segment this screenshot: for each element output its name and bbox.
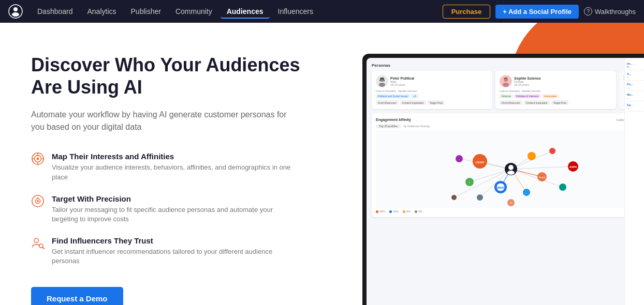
- peter-age: 18-24 years: [390, 83, 414, 86]
- peter-tag-2: +2: [411, 94, 418, 98]
- feature-precision-heading: Target With Precision: [52, 194, 300, 203]
- feature-influencers-text: Find Influencers They Trust Get instant …: [52, 236, 300, 266]
- hero-subtitle: Automate your workflow by having AI gene…: [31, 109, 290, 133]
- svg-text:ESPN: ESPN: [569, 165, 577, 169]
- add-profile-button[interactable]: + Add a Social Profile: [495, 5, 579, 19]
- feature-interests-desc: Visualize your audience interests, behav…: [52, 163, 300, 181]
- peter-find-influencers[interactable]: Find Influencers: [376, 100, 399, 105]
- stat-4: Ma... ...: [627, 93, 644, 101]
- stat-5: Sp... ...: [627, 103, 644, 112]
- persona-peter-header: Peter Political Male 18-24 years: [376, 75, 488, 87]
- nav-influencers[interactable]: Influencers: [272, 4, 319, 19]
- legend-bar: 56% 10% 8%: [376, 208, 644, 213]
- peter-target-post[interactable]: Target Post: [428, 100, 445, 105]
- navbar: Dashboard Analytics Publisher Community …: [0, 0, 644, 23]
- network-svg: LEGO BMW ESPN: [376, 130, 644, 208]
- nav-community[interactable]: Community: [169, 4, 218, 19]
- sophie-tag-1: Science: [500, 94, 513, 98]
- walkthroughs-button[interactable]: ? Walkthroughs: [584, 7, 636, 16]
- feature-interests: Map Their Interests and Affinities Visua…: [31, 152, 331, 181]
- peter-actions: Find Influencers Content Inspiration Tar…: [376, 100, 488, 105]
- right-panel: Personas: [362, 23, 644, 305]
- sophie-tags: Science Hobbies & Interests Automotive: [500, 94, 612, 98]
- network-graph: LEGO BMW ESPN: [376, 130, 644, 208]
- persona-sophie-header: Sophie Science Female 18-24 years: [500, 75, 612, 87]
- peter-avatar: [376, 75, 388, 87]
- peter-content-inspiration[interactable]: Content Inspiration: [400, 100, 426, 105]
- legend-10: 10%: [389, 210, 399, 213]
- sophie-tag-3: Automotive: [541, 94, 559, 98]
- person-search-icon: [31, 236, 45, 250]
- stat-1: Im... A...: [627, 62, 644, 70]
- sophie-tag-2: Hobbies & Interests: [514, 94, 541, 98]
- legend-label-56: 56%: [379, 210, 385, 213]
- svg-point-13: [37, 197, 39, 199]
- svg-point-58: [549, 148, 555, 154]
- logo[interactable]: [8, 4, 23, 19]
- stat-3: Po... ...: [627, 83, 644, 91]
- svg-text:BMW: BMW: [497, 186, 504, 189]
- screen-personas-title: Personas: [372, 63, 644, 68]
- top-profiles-selector[interactable]: Top 20 profiles: [376, 124, 401, 128]
- svg-point-40: [507, 171, 515, 175]
- legend-8: 8%: [403, 210, 411, 213]
- personas-row: Peter Political Male 18-24 years Lives i…: [372, 71, 644, 109]
- svg-point-59: [477, 194, 483, 201]
- stat-2: A... ...: [627, 72, 644, 81]
- engagement-title: Engagement Affinity: [376, 118, 411, 121]
- hero-title: Discover Who Your Audiences Are Using AI: [31, 54, 331, 98]
- svg-rect-22: [384, 80, 385, 81]
- legend-56: 56%: [376, 210, 385, 213]
- sophie-avatar: [500, 75, 512, 87]
- engagement-header: Engagement Affinity Gallery Table: [376, 117, 644, 122]
- sophie-age: 18-24 years: [514, 83, 541, 86]
- feature-list: Map Their Interests and Affinities Visua…: [31, 152, 331, 266]
- left-panel: Discover Who Your Audiences Are Using AI…: [0, 23, 362, 305]
- purchase-button[interactable]: Purchase: [443, 5, 491, 19]
- svg-rect-20: [380, 78, 384, 80]
- svg-point-14: [34, 238, 38, 242]
- svg-line-34: [480, 169, 511, 197]
- engagement-section: Engagement Affinity Gallery Table: [372, 113, 644, 217]
- legend-label-10: 10%: [393, 210, 399, 213]
- sophie-target-post[interactable]: Target Post: [551, 100, 568, 105]
- feature-precision: Target With Precision Tailor your messag…: [31, 194, 331, 224]
- svg-text:Brand: Brand: [539, 176, 546, 179]
- by-label: by Audience Overlay: [404, 125, 430, 128]
- svg-point-60: [451, 195, 457, 200]
- sophie-name: Sophie Science: [514, 77, 541, 80]
- svg-text:+: +: [510, 201, 513, 205]
- right-stats-panel: Im... A... A... ... Po...: [624, 58, 644, 305]
- peter-name: Peter Political: [390, 77, 414, 80]
- peter-location: Lives in Germany · Speaks German: [376, 89, 488, 93]
- network-area: LEGO BMW ESPN: [376, 130, 644, 208]
- nav-audiences[interactable]: Audiences: [221, 4, 270, 19]
- svg-point-61: [559, 184, 566, 191]
- legend-dot-8: [403, 210, 405, 213]
- svg-point-25: [503, 83, 509, 87]
- feature-influencers: Find Influencers They Trust Get instant …: [31, 236, 331, 266]
- svg-rect-21: [379, 80, 380, 81]
- legend-dot-10: [389, 210, 392, 213]
- nav-links: Dashboard Analytics Publisher Community …: [31, 4, 438, 19]
- sophie-content-inspiration[interactable]: Content Inspiration: [524, 100, 550, 105]
- request-demo-button[interactable]: Request a Demo: [31, 287, 123, 306]
- svg-line-16: [42, 247, 44, 249]
- feature-influencers-heading: Find Influencers They Trust: [52, 236, 300, 245]
- svg-point-2: [12, 12, 19, 17]
- persona-card-sophie: Sophie Science Female 18-24 years Lives …: [495, 71, 616, 109]
- sophie-actions: Find Influencers Content Inspiration Tar…: [500, 100, 612, 105]
- nav-dashboard[interactable]: Dashboard: [31, 4, 79, 19]
- laptop-screen: Personas: [367, 58, 644, 305]
- svg-point-39: [508, 165, 514, 170]
- legend-dot-56: [376, 210, 378, 213]
- logo-icon: [8, 4, 23, 19]
- filter-row: Top 20 profiles by Audience Overlay: [376, 124, 644, 128]
- nav-publisher[interactable]: Publisher: [125, 4, 167, 19]
- main-content: Discover Who Your Audiences Are Using AI…: [0, 23, 644, 305]
- svg-line-37: [511, 169, 563, 187]
- nav-analytics[interactable]: Analytics: [81, 4, 123, 19]
- sophie-find-influencers[interactable]: Find Influencers: [500, 100, 522, 105]
- peter-tags: Political and Social Issues +2: [376, 94, 488, 98]
- peter-tag-1: Political and Social Issues: [376, 94, 410, 98]
